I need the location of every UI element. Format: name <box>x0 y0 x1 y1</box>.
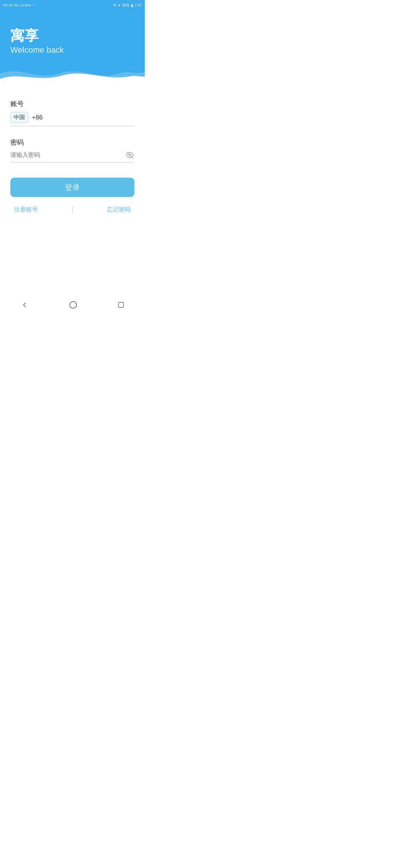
wifi-speed: 13.1K/s <box>20 3 31 7</box>
recent-apps-button[interactable] <box>118 302 124 308</box>
password-section: 密码 <box>10 138 134 163</box>
battery-text: 30% <box>122 3 130 7</box>
register-link[interactable]: 注册账号 <box>14 206 38 214</box>
password-row <box>10 151 134 163</box>
country-name: 中国 <box>14 114 25 121</box>
header-area: 寓享 Welcome back <box>0 10 145 85</box>
back-button[interactable] <box>20 301 29 309</box>
status-left: HD 5G 5G 13.1K/s ☜ <box>3 3 35 7</box>
nfc-icon: N <box>113 3 116 7</box>
account-section: 账号 中国 <box>10 99 134 126</box>
svg-rect-3 <box>119 302 124 308</box>
bluetooth-icon: ✦ <box>118 3 121 7</box>
link-divider <box>72 207 73 213</box>
svg-point-2 <box>70 302 76 308</box>
phone-input[interactable] <box>32 114 134 121</box>
form-area: 账号 中国 密码 登录 注册账号 忘记密码 <box>0 85 145 214</box>
app-icon: ☜ <box>32 3 35 7</box>
battery-icon: ▮ <box>131 3 133 7</box>
signal-icons: HD 5G 5G <box>3 3 19 7</box>
password-label: 密码 <box>10 138 134 147</box>
wave-decoration <box>0 62 145 85</box>
bottom-links: 注册账号 忘记密码 <box>10 206 134 214</box>
forgot-password-link[interactable]: 忘记密码 <box>107 206 131 214</box>
password-input[interactable] <box>10 152 125 158</box>
account-label: 账号 <box>10 99 134 108</box>
nav-bar <box>0 297 145 313</box>
header-text: 寓享 Welcome back <box>0 21 145 55</box>
toggle-password-icon[interactable] <box>125 151 134 160</box>
login-button[interactable]: 登录 <box>10 178 134 197</box>
country-selector[interactable]: 中国 <box>10 112 28 123</box>
welcome-text: Welcome back <box>10 45 145 55</box>
app-title: 寓享 <box>10 28 145 44</box>
status-bar: HD 5G 5G 13.1K/s ☜ N ✦ 30% ▮ 7:47 <box>0 0 145 10</box>
status-right: N ✦ 30% ▮ 7:47 <box>113 3 142 7</box>
time-display: 7:47 <box>135 3 142 7</box>
home-button[interactable] <box>69 301 77 309</box>
phone-row: 中国 <box>10 112 134 126</box>
